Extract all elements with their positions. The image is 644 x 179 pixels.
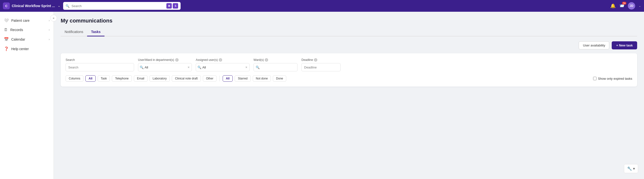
ward-filter-label: Ward(s) i <box>254 58 298 62</box>
chip-type-clinical-note[interactable]: Clinical note draft <box>172 75 201 82</box>
help-icon: ❓ <box>4 46 9 51</box>
assigned-search-icon: 🔍 <box>198 66 201 69</box>
chip-type-all[interactable]: All <box>86 75 96 82</box>
chips-row: Columns All Task Telephone Email Laborat… <box>66 75 632 82</box>
new-task-button[interactable]: + New task <box>612 41 637 50</box>
expired-label: Show only expired tasks <box>598 77 632 80</box>
sidebar-item-label: Patient care <box>11 18 30 22</box>
sidebar-item-label: Help center <box>11 47 29 51</box>
sidebar-item-records[interactable]: 🗓 Records › <box>0 25 54 34</box>
page-title: My communications <box>61 18 637 24</box>
assigned-filter-select[interactable]: 🔍 All × <box>196 63 250 72</box>
action-bar: User availability + New task <box>61 41 637 50</box>
avatar[interactable]: JD <box>628 2 635 10</box>
assigned-value: All <box>202 66 244 69</box>
wrench-icon: 🔧 <box>627 166 632 171</box>
department-filter-select[interactable]: 🔍 All × <box>138 63 192 72</box>
inbox-icon[interactable]: 📨 74 <box>619 3 624 8</box>
notification-badge: 74 <box>622 2 626 5</box>
department-filter-label: User/Ward in department(s) i <box>138 58 192 62</box>
ward-info-icon: i <box>265 58 268 62</box>
department-value: All <box>144 66 186 69</box>
topbar: C Clinical Workflow Sprint ... ⌄ 🔍 ⌘ S 🔔… <box>0 0 644 12</box>
department-clear-button[interactable]: × <box>187 65 190 69</box>
task-search-input[interactable] <box>66 63 134 72</box>
app-logo[interactable]: C Clinical Workflow Sprint ... ⌄ <box>3 2 60 9</box>
app-name: Clinical Workflow Sprint ... <box>12 4 55 8</box>
assigned-filter-label: Assigned user(s) i <box>196 58 250 62</box>
wrench-chevron-icon: ▾ <box>633 166 635 171</box>
assigned-clear-button[interactable]: × <box>245 65 248 69</box>
department-filter-group: User/Ward in department(s) i 🔍 All × <box>138 58 192 72</box>
main-content: My communications Notifications Tasks Us… <box>54 12 644 179</box>
search-badges: ⌘ S <box>166 3 178 8</box>
chip-status-done[interactable]: Done <box>273 75 286 82</box>
chip-type-laboratory[interactable]: Laboratory <box>150 75 170 82</box>
ward-filter-input[interactable]: 🔍 <box>254 63 298 72</box>
search-badge-s: S <box>173 3 178 8</box>
chevron-right-icon: › <box>49 19 50 22</box>
chip-separator <box>220 76 220 82</box>
app-chevron-icon: ⌄ <box>58 4 60 8</box>
filter-panel: Search User/Ward in department(s) i 🔍 Al… <box>61 53 637 86</box>
search-filter-group: Search <box>66 58 134 72</box>
records-icon: 🗓 <box>4 28 8 32</box>
expired-checkbox[interactable] <box>593 77 596 80</box>
calendar-icon: 📅 <box>4 37 9 42</box>
chip-type-other[interactable]: Other <box>203 75 216 82</box>
assigned-info-icon: i <box>219 58 222 62</box>
chip-status-not-done[interactable]: Not done <box>253 75 271 82</box>
deadline-input[interactable] <box>302 63 340 72</box>
chip-columns[interactable]: Columns <box>66 75 84 82</box>
ward-search-icon: 🔍 <box>256 66 260 69</box>
sidebar-item-label: Records <box>10 28 23 32</box>
chip-status-all[interactable]: All <box>223 75 233 82</box>
notification-bell-icon[interactable]: 🔔 <box>610 3 616 8</box>
chevron-right-icon: › <box>49 28 50 32</box>
heart-icon: 🤍 <box>4 18 9 23</box>
search-icon: 🔍 <box>66 4 70 8</box>
ward-filter-group: Ward(s) i 🔍 <box>254 58 298 72</box>
layout: « 🤍 Patient care › 🗓 Records › 📅 Calenda… <box>0 12 644 179</box>
tabs: Notifications Tasks <box>61 28 637 36</box>
chip-type-task[interactable]: Task <box>98 75 110 82</box>
filter-row-1: Search User/Ward in department(s) i 🔍 Al… <box>66 58 632 72</box>
chip-status-starred[interactable]: Starred <box>235 75 250 82</box>
search-input[interactable] <box>72 4 164 8</box>
search-badge-cmd: ⌘ <box>166 3 172 8</box>
chip-type-email[interactable]: Email <box>134 75 148 82</box>
assigned-filter-group: Assigned user(s) i 🔍 All × <box>196 58 250 72</box>
sidebar-item-patient-care[interactable]: 🤍 Patient care › <box>0 16 54 25</box>
search-filter-label: Search <box>66 58 134 62</box>
wrench-button[interactable]: 🔧 ▾ <box>624 164 638 173</box>
sidebar-item-help-center[interactable]: ❓ Help center <box>0 44 54 54</box>
sidebar-item-label: Calendar <box>11 38 25 41</box>
user-availability-button[interactable]: User availability <box>579 41 609 50</box>
tab-tasks[interactable]: Tasks <box>87 28 104 36</box>
sidebar-collapse-button[interactable]: « <box>50 15 57 22</box>
global-search-bar[interactable]: 🔍 ⌘ S <box>63 2 180 10</box>
deadline-filter-label: Deadline i <box>302 58 340 62</box>
department-search-icon: 🔍 <box>140 66 144 69</box>
sidebar-item-calendar[interactable]: 📅 Calendar › <box>0 34 54 44</box>
deadline-info-icon: i <box>314 58 317 62</box>
department-info-icon: i <box>175 58 178 62</box>
deadline-filter-group: Deadline i <box>302 58 340 72</box>
chip-type-telephone[interactable]: Telephone <box>112 75 132 82</box>
expired-filter-group: Show only expired tasks <box>593 77 632 80</box>
avatar-chevron-icon: ⌄ <box>638 4 641 8</box>
wrench-button-area: 🔧 ▾ <box>624 164 638 173</box>
chevron-right-icon: › <box>49 38 50 41</box>
sidebar: « 🤍 Patient care › 🗓 Records › 📅 Calenda… <box>0 12 54 179</box>
app-logo-icon: C <box>3 2 10 9</box>
topbar-right: 🔔 📨 74 JD ⌄ <box>610 2 641 10</box>
tab-notifications[interactable]: Notifications <box>61 28 87 36</box>
